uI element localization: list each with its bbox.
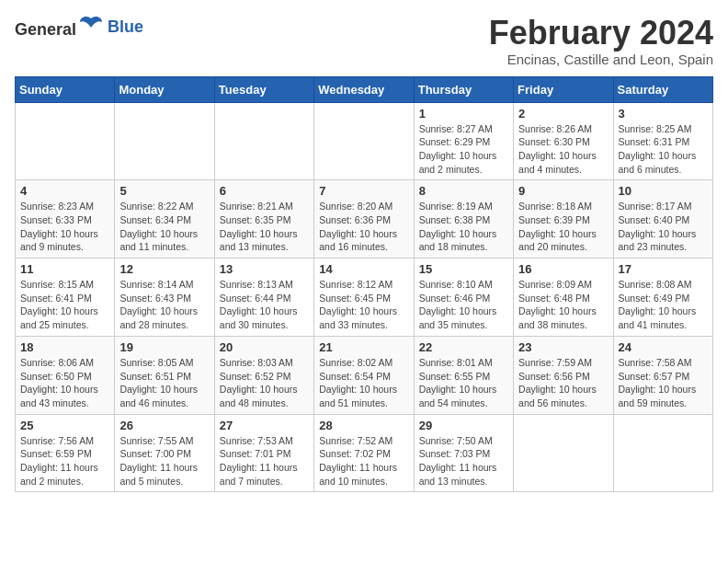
calendar-cell: 4Sunrise: 8:23 AMSunset: 6:33 PMDaylight… bbox=[16, 180, 115, 259]
calendar-cell: 23Sunrise: 7:59 AMSunset: 6:56 PMDayligh… bbox=[514, 336, 613, 414]
calendar-cell: 20Sunrise: 8:03 AMSunset: 6:52 PMDayligh… bbox=[214, 336, 313, 414]
day-info: Sunrise: 8:26 AMSunset: 6:30 PMDaylight:… bbox=[518, 122, 608, 177]
calendar-cell: 18Sunrise: 8:06 AMSunset: 6:50 PMDayligh… bbox=[16, 336, 115, 414]
calendar-cell: 15Sunrise: 8:10 AMSunset: 6:46 PMDayligh… bbox=[414, 259, 513, 337]
calendar-cell: 14Sunrise: 8:12 AMSunset: 6:45 PMDayligh… bbox=[314, 259, 414, 337]
calendar-cell: 13Sunrise: 8:13 AMSunset: 6:44 PMDayligh… bbox=[214, 259, 313, 337]
day-number: 3 bbox=[619, 107, 708, 121]
day-info: Sunrise: 7:59 AMSunset: 6:56 PMDaylight:… bbox=[518, 356, 608, 410]
day-info: Sunrise: 8:10 AMSunset: 6:46 PMDaylight:… bbox=[419, 278, 508, 332]
calendar-cell: 29Sunrise: 7:50 AMSunset: 7:03 PMDayligh… bbox=[414, 414, 513, 492]
day-number: 26 bbox=[119, 419, 209, 432]
calendar-cell: 7Sunrise: 8:20 AMSunset: 6:36 PMDaylight… bbox=[314, 180, 414, 259]
day-number: 17 bbox=[619, 262, 708, 276]
calendar-cell: 5Sunrise: 8:22 AMSunset: 6:34 PMDaylight… bbox=[115, 180, 214, 259]
day-number: 22 bbox=[419, 340, 508, 354]
day-number: 16 bbox=[518, 262, 608, 276]
day-number: 10 bbox=[619, 184, 708, 198]
day-info: Sunrise: 8:02 AMSunset: 6:54 PMDaylight:… bbox=[319, 356, 408, 410]
logo: General Blue bbox=[15, 15, 143, 40]
day-number: 24 bbox=[619, 340, 708, 354]
day-number: 9 bbox=[518, 184, 608, 198]
week-row-5: 25Sunrise: 7:56 AMSunset: 6:59 PMDayligh… bbox=[16, 414, 713, 492]
day-number: 18 bbox=[20, 340, 109, 354]
calendar-table: SundayMondayTuesdayWednesdayThursdayFrid… bbox=[15, 76, 713, 493]
calendar-cell: 24Sunrise: 7:58 AMSunset: 6:57 PMDayligh… bbox=[613, 336, 712, 414]
day-number: 1 bbox=[419, 107, 508, 121]
calendar-cell bbox=[16, 102, 115, 180]
day-info: Sunrise: 8:20 AMSunset: 6:36 PMDaylight:… bbox=[319, 200, 408, 254]
day-info: Sunrise: 8:05 AMSunset: 6:51 PMDaylight:… bbox=[119, 356, 209, 410]
calendar-cell: 22Sunrise: 8:01 AMSunset: 6:55 PMDayligh… bbox=[414, 336, 513, 414]
week-row-4: 18Sunrise: 8:06 AMSunset: 6:50 PMDayligh… bbox=[16, 336, 713, 414]
header-day-friday: Friday bbox=[514, 76, 613, 102]
day-info: Sunrise: 8:01 AMSunset: 6:55 PMDaylight:… bbox=[419, 356, 508, 410]
day-number: 11 bbox=[20, 262, 109, 276]
calendar-cell bbox=[613, 414, 712, 492]
header-day-wednesday: Wednesday bbox=[314, 76, 414, 102]
calendar-header: SundayMondayTuesdayWednesdayThursdayFrid… bbox=[16, 76, 713, 102]
calendar-cell: 19Sunrise: 8:05 AMSunset: 6:51 PMDayligh… bbox=[115, 336, 214, 414]
calendar-cell: 25Sunrise: 7:56 AMSunset: 6:59 PMDayligh… bbox=[16, 414, 115, 492]
header-day-sunday: Sunday bbox=[16, 76, 115, 102]
day-info: Sunrise: 8:27 AMSunset: 6:29 PMDaylight:… bbox=[419, 122, 508, 177]
calendar-cell bbox=[214, 102, 313, 180]
calendar-cell: 8Sunrise: 8:19 AMSunset: 6:38 PMDaylight… bbox=[414, 180, 513, 259]
day-number: 12 bbox=[119, 262, 209, 276]
location-title: Encinas, Castille and Leon, Spain bbox=[489, 52, 713, 67]
logo-general: General bbox=[15, 15, 104, 40]
calendar-cell bbox=[314, 102, 414, 180]
calendar-cell: 28Sunrise: 7:52 AMSunset: 7:02 PMDayligh… bbox=[314, 414, 414, 492]
day-number: 27 bbox=[220, 419, 309, 432]
day-info: Sunrise: 8:23 AMSunset: 6:33 PMDaylight:… bbox=[20, 200, 109, 254]
day-info: Sunrise: 7:53 AMSunset: 7:01 PMDaylight:… bbox=[220, 434, 309, 488]
day-number: 8 bbox=[419, 184, 508, 198]
calendar-cell: 26Sunrise: 7:55 AMSunset: 7:00 PMDayligh… bbox=[115, 414, 214, 492]
calendar-cell: 27Sunrise: 7:53 AMSunset: 7:01 PMDayligh… bbox=[214, 414, 313, 492]
day-number: 25 bbox=[20, 419, 109, 432]
day-info: Sunrise: 8:06 AMSunset: 6:50 PMDaylight:… bbox=[20, 356, 109, 410]
week-row-1: 1Sunrise: 8:27 AMSunset: 6:29 PMDaylight… bbox=[16, 102, 713, 180]
day-info: Sunrise: 8:09 AMSunset: 6:48 PMDaylight:… bbox=[518, 278, 608, 332]
title-area: February 2024 Encinas, Castille and Leon… bbox=[489, 15, 713, 67]
day-number: 5 bbox=[119, 184, 209, 198]
month-year-title: February 2024 bbox=[489, 15, 713, 52]
header-day-thursday: Thursday bbox=[414, 76, 513, 102]
header-row: SundayMondayTuesdayWednesdayThursdayFrid… bbox=[16, 76, 713, 102]
day-info: Sunrise: 8:03 AMSunset: 6:52 PMDaylight:… bbox=[220, 356, 309, 410]
day-info: Sunrise: 8:22 AMSunset: 6:34 PMDaylight:… bbox=[119, 200, 209, 254]
day-info: Sunrise: 8:12 AMSunset: 6:45 PMDaylight:… bbox=[319, 278, 408, 332]
day-number: 14 bbox=[319, 262, 408, 276]
calendar-cell: 10Sunrise: 8:17 AMSunset: 6:40 PMDayligh… bbox=[613, 180, 712, 259]
header-day-saturday: Saturday bbox=[613, 76, 712, 102]
day-info: Sunrise: 7:58 AMSunset: 6:57 PMDaylight:… bbox=[619, 356, 708, 410]
day-info: Sunrise: 7:52 AMSunset: 7:02 PMDaylight:… bbox=[319, 434, 408, 488]
day-info: Sunrise: 8:13 AMSunset: 6:44 PMDaylight:… bbox=[220, 278, 309, 332]
calendar-cell: 21Sunrise: 8:02 AMSunset: 6:54 PMDayligh… bbox=[314, 336, 414, 414]
logo-bird-icon bbox=[78, 15, 104, 35]
day-info: Sunrise: 8:14 AMSunset: 6:43 PMDaylight:… bbox=[119, 278, 209, 332]
day-number: 28 bbox=[319, 419, 408, 432]
header-day-monday: Monday bbox=[115, 76, 214, 102]
day-info: Sunrise: 8:19 AMSunset: 6:38 PMDaylight:… bbox=[419, 200, 508, 254]
day-number: 15 bbox=[419, 262, 508, 276]
week-row-3: 11Sunrise: 8:15 AMSunset: 6:41 PMDayligh… bbox=[16, 259, 713, 337]
calendar-cell bbox=[115, 102, 214, 180]
calendar-cell bbox=[514, 414, 613, 492]
calendar-cell: 6Sunrise: 8:21 AMSunset: 6:35 PMDaylight… bbox=[214, 180, 313, 259]
calendar-cell: 16Sunrise: 8:09 AMSunset: 6:48 PMDayligh… bbox=[514, 259, 613, 337]
day-number: 6 bbox=[220, 184, 309, 198]
calendar-cell: 9Sunrise: 8:18 AMSunset: 6:39 PMDaylight… bbox=[514, 180, 613, 259]
day-number: 7 bbox=[319, 184, 408, 198]
calendar-cell: 1Sunrise: 8:27 AMSunset: 6:29 PMDaylight… bbox=[414, 102, 513, 180]
calendar-body: 1Sunrise: 8:27 AMSunset: 6:29 PMDaylight… bbox=[16, 102, 713, 492]
day-info: Sunrise: 8:18 AMSunset: 6:39 PMDaylight:… bbox=[518, 200, 608, 254]
calendar-cell: 12Sunrise: 8:14 AMSunset: 6:43 PMDayligh… bbox=[115, 259, 214, 337]
day-number: 13 bbox=[220, 262, 309, 276]
header: General Blue February 2024 Encinas, Cast… bbox=[15, 15, 713, 67]
day-number: 20 bbox=[220, 340, 309, 354]
day-info: Sunrise: 7:56 AMSunset: 6:59 PMDaylight:… bbox=[20, 434, 109, 488]
day-number: 4 bbox=[20, 184, 109, 198]
header-day-tuesday: Tuesday bbox=[214, 76, 313, 102]
day-info: Sunrise: 8:15 AMSunset: 6:41 PMDaylight:… bbox=[20, 278, 109, 332]
